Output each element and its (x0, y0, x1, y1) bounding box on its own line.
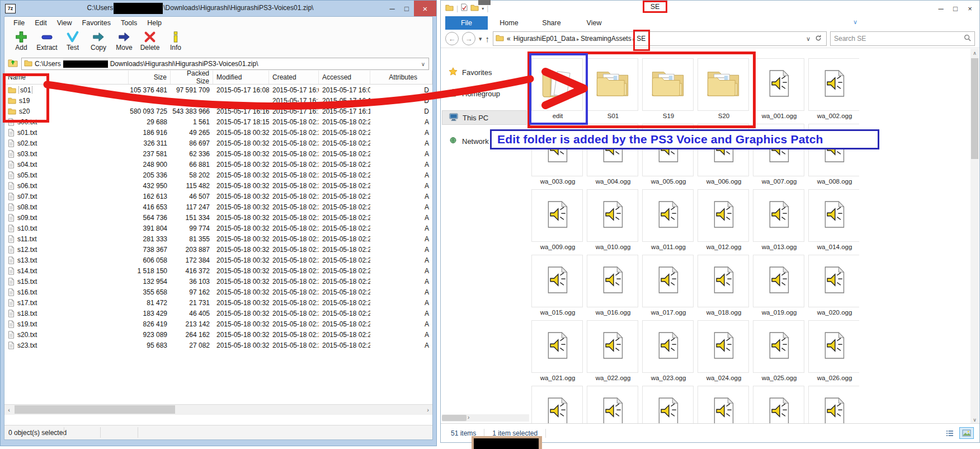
back-button[interactable]: ← (445, 32, 459, 45)
scrollbar-thumb[interactable] (971, 58, 978, 159)
maximize-button[interactable]: □ (399, 1, 414, 16)
properties-icon[interactable] (461, 3, 468, 13)
close-button[interactable]: × (414, 1, 436, 16)
info-button[interactable]: Info (164, 30, 187, 52)
file-item[interactable]: wa_012.ogg (698, 189, 750, 250)
menu-item-edit[interactable]: Edit (30, 18, 51, 28)
table-row[interactable]: s14.txt1 518 150416 3722015-05-18 00:322… (4, 265, 432, 276)
table-row[interactable]: s06.txt432 950115 4822015-05-18 00:32201… (4, 180, 432, 191)
file-item[interactable]: wa_021.ogg (531, 320, 584, 381)
up-button[interactable]: ↑ (486, 34, 490, 44)
test-button[interactable]: Test (62, 30, 84, 52)
table-row[interactable]: s09.txt564 736151 3342015-05-18 00:32201… (4, 212, 432, 223)
up-folder-icon[interactable] (8, 58, 18, 69)
copy-button[interactable]: Copy (87, 30, 110, 52)
chevron-down-icon[interactable]: ▾ (482, 6, 484, 11)
7zip-titlebar[interactable]: 7z C:\Users\Downloads\Higurashi\Higurash… (1, 1, 436, 16)
file-item[interactable]: wa_005.ogg (642, 124, 695, 185)
file-item[interactable] (808, 386, 859, 424)
column-header-modified[interactable]: Modified (213, 71, 269, 84)
column-header-accessed[interactable]: Accessed (319, 71, 370, 84)
file-item[interactable]: wa_002.ogg (808, 58, 859, 119)
file-item[interactable]: wa_009.ogg (531, 189, 584, 250)
file-item[interactable]: wa_013.ogg (753, 189, 805, 250)
scrollbar-thumb[interactable] (15, 405, 175, 414)
tab-home[interactable]: Home (488, 16, 530, 30)
file-item[interactable]: wa_014.ogg (808, 189, 859, 250)
recent-locations-icon[interactable]: ▾ (479, 35, 482, 43)
thumbnail-view-button[interactable] (959, 427, 974, 439)
file-item[interactable]: wa_025.ogg (753, 320, 805, 381)
column-header-created[interactable]: Created (269, 71, 319, 84)
file-item[interactable]: wa_024.ogg (698, 320, 750, 381)
menu-item-tools[interactable]: Tools (116, 18, 142, 28)
sidebar-scrollbar[interactable]: › (442, 414, 529, 422)
file-item[interactable]: wa_011.ogg (642, 189, 695, 250)
file-item[interactable]: wa_008.ogg (808, 124, 859, 185)
file-item[interactable]: wa_006.ogg (698, 124, 750, 185)
table-row[interactable]: s12.txt738 367203 8872015-05-18 00:32201… (4, 244, 432, 255)
table-row[interactable]: s15.txt132 95436 1032015-05-18 00:322015… (4, 276, 432, 287)
sidebar-item-favorites[interactable]: Favorites (442, 65, 527, 79)
table-row[interactable]: s07.txt162 61346 5072015-05-18 00:322015… (4, 191, 432, 202)
file-item[interactable]: wa_016.ogg (587, 255, 639, 316)
delete-button[interactable]: Delete (139, 30, 161, 52)
scrollbar-thumb[interactable] (442, 415, 467, 421)
table-row[interactable]: s20580 093 725543 383 9662015-05-17 16:1… (4, 106, 432, 116)
add-button[interactable]: Add (10, 30, 32, 52)
extract-button[interactable]: Extract (36, 30, 58, 52)
file-item[interactable]: wa_004.ogg (587, 124, 639, 185)
file-item[interactable]: wa_007.ogg (753, 124, 805, 185)
scroll-down-icon[interactable]: ∨ (970, 415, 979, 424)
menu-item-file[interactable]: File (9, 18, 29, 28)
table-row[interactable]: s18.txt183 42946 4052015-05-18 00:322015… (4, 308, 432, 319)
table-row[interactable]: s16.txt355 65897 1622015-05-18 00:322015… (4, 287, 432, 297)
table-row[interactable]: s04.txt248 90066 8812015-05-18 00:322015… (4, 159, 432, 170)
folder-item[interactable]: S19 (642, 58, 695, 119)
file-item[interactable] (753, 386, 805, 424)
table-row[interactable]: s05.txt205 33658 2022015-05-18 00:322015… (4, 170, 432, 180)
minimize-button[interactable]: ─ (934, 1, 948, 16)
sidebar-item-homegroup[interactable]: Homegroup (442, 86, 527, 101)
table-row[interactable]: s11.txt281 33381 3552015-05-18 00:322015… (4, 233, 432, 244)
table-row[interactable]: s00.txt29 6881 5612015-05-17 18:152015-0… (4, 116, 432, 127)
table-row[interactable]: s23.txt95 68327 0822015-05-18 00:322015-… (4, 340, 432, 350)
sidebar-item-network[interactable]: Network (442, 134, 527, 148)
table-row[interactable]: s03.txt237 58162 3362015-05-18 00:322015… (4, 148, 432, 159)
forward-button[interactable]: → (462, 32, 475, 45)
table-row[interactable]: s10.txt391 80499 7742015-05-18 00:322015… (4, 223, 432, 233)
scroll-right-icon[interactable]: › (468, 414, 469, 420)
scroll-right-icon[interactable]: › (423, 405, 432, 414)
folder-icon[interactable] (445, 3, 454, 13)
table-row[interactable]: s20.txt923 089264 1622015-05-18 00:32201… (4, 329, 432, 340)
menu-item-help[interactable]: Help (143, 18, 166, 28)
new-folder-icon[interactable] (470, 3, 479, 13)
column-header-name[interactable]: Name (4, 71, 129, 84)
folder-item[interactable]: S20 (698, 58, 750, 119)
file-item[interactable]: wa_017.ogg (642, 255, 695, 316)
minimize-button[interactable]: ─ (385, 1, 399, 16)
file-item[interactable]: wa_022.ogg (587, 320, 639, 381)
table-row[interactable]: s02.txt326 31186 6972015-05-18 00:322015… (4, 138, 432, 148)
table-row[interactable]: s17.txt81 47221 7312015-05-18 00:322015-… (4, 297, 432, 308)
table-row[interactable]: s01105 376 48197 591 7092015-05-17 16:08… (4, 85, 432, 95)
file-item[interactable]: wa_019.ogg (753, 255, 805, 316)
file-item[interactable]: wa_020.ogg (808, 255, 859, 316)
close-button[interactable]: × (963, 1, 977, 16)
scroll-up-icon[interactable]: ∧ (970, 49, 979, 57)
breadcrumb-chevrons[interactable]: « (507, 35, 511, 43)
column-header-attributes[interactable]: Attributes (370, 71, 432, 84)
menu-item-view[interactable]: View (53, 18, 77, 28)
table-row[interactable]: s08.txt416 653117 2472015-05-18 00:32201… (4, 202, 432, 212)
folder-item[interactable]: edit (531, 58, 584, 119)
chevron-down-icon[interactable]: ∨ (418, 61, 428, 67)
column-header-packed-size[interactable]: Packed Size (171, 71, 213, 84)
column-header-size[interactable]: Size (129, 71, 171, 84)
table-row[interactable]: s13.txt606 058172 3842015-05-18 00:32201… (4, 255, 432, 265)
vertical-scrollbar[interactable]: ∧ ∨ (970, 49, 979, 424)
file-item[interactable]: wa_018.ogg (698, 255, 750, 316)
table-row[interactable]: s01.txt186 91649 2652015-05-18 00:322015… (4, 127, 432, 138)
file-item[interactable]: wa_003.ogg (531, 124, 584, 185)
file-item[interactable] (587, 386, 639, 424)
file-item[interactable]: wa_023.ogg (642, 320, 695, 381)
